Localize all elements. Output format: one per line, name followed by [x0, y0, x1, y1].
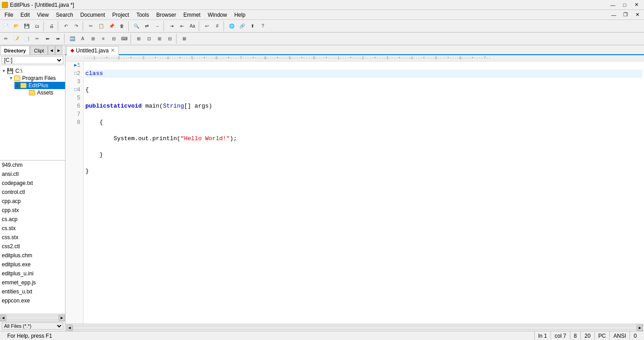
- tb2-btn17[interactable]: ⊠: [179, 34, 189, 44]
- new-button[interactable]: 📄: [1, 21, 11, 31]
- menu-emmet[interactable]: Emmet: [180, 10, 204, 20]
- menu-tools[interactable]: Tools: [133, 10, 153, 20]
- drive-select[interactable]: [C:]: [2, 56, 63, 64]
- expand-arrow-pf[interactable]: ▼: [9, 76, 13, 80]
- tab-directory[interactable]: Directory: [0, 46, 30, 55]
- mdi-restore-button[interactable]: ❐: [620, 10, 631, 19]
- file-item[interactable]: control.ctl: [0, 188, 65, 197]
- tb2-btn11[interactable]: ⊟: [109, 34, 119, 44]
- file-item[interactable]: editplus.exe: [0, 260, 65, 269]
- menu-view[interactable]: View: [33, 10, 52, 20]
- tree-item-c[interactable]: ▼ 💾 C:\: [0, 67, 65, 75]
- menu-document[interactable]: Document: [77, 10, 109, 20]
- file-item[interactable]: 949.chm: [0, 161, 65, 170]
- editor-hscroll-right[interactable]: ►: [637, 325, 643, 331]
- panel-tab-next[interactable]: ►: [55, 46, 62, 55]
- minimize-button[interactable]: —: [607, 0, 619, 9]
- tb2-btn9[interactable]: ⊞: [88, 34, 98, 44]
- hscroll-track[interactable]: [6, 316, 59, 320]
- togglecase-button[interactable]: Aa: [187, 21, 197, 31]
- goto-button[interactable]: →: [152, 21, 162, 31]
- tb2-btn14[interactable]: ⊡: [144, 34, 154, 44]
- file-item[interactable]: cpp.stx: [0, 206, 65, 215]
- save-button[interactable]: 💾: [22, 21, 32, 31]
- file-item[interactable]: eppcon.exe: [0, 296, 65, 305]
- replace-button[interactable]: ⇄: [142, 21, 152, 31]
- tb2-btn7[interactable]: 🔤: [67, 34, 77, 44]
- file-item[interactable]: ansi.ctl: [0, 170, 65, 179]
- browser-button[interactable]: 🌐: [227, 21, 237, 31]
- file-item[interactable]: css.stx: [0, 233, 65, 242]
- ftpopen-button[interactable]: 🔗: [237, 21, 247, 31]
- ftpupload-button[interactable]: ⬆: [247, 21, 257, 31]
- delete-button[interactable]: 🗑: [117, 21, 127, 31]
- tb2-btn5[interactable]: ⬅: [42, 34, 52, 44]
- tb2-btn4[interactable]: ✂: [32, 34, 42, 44]
- tree-item-editplus[interactable]: ▶ EditPlus: [14, 82, 65, 89]
- menu-help[interactable]: Help: [231, 10, 249, 20]
- code-content[interactable]: class { public static void main(String[]…: [84, 61, 644, 324]
- hscroll-right[interactable]: ►: [59, 315, 65, 321]
- print-button[interactable]: 🖨: [47, 21, 56, 31]
- tab-clipt[interactable]: Clipt: [30, 46, 48, 55]
- outdent-button[interactable]: ⇤: [177, 21, 187, 31]
- tb2-btn2[interactable]: 📝: [11, 34, 21, 44]
- undo-button[interactable]: ↶: [61, 21, 71, 31]
- file-item[interactable]: emmet_epp.js: [0, 278, 65, 287]
- code-line-7: }: [85, 167, 642, 175]
- menu-window[interactable]: Window: [204, 10, 231, 20]
- expand-arrow-ep[interactable]: ▶: [16, 83, 19, 88]
- tb2-btn13[interactable]: ⊞: [134, 34, 144, 44]
- mdi-close-button[interactable]: ✕: [631, 10, 643, 19]
- panel-tab-prev[interactable]: ◄: [48, 46, 55, 55]
- paste-button[interactable]: 📌: [107, 21, 117, 31]
- menu-browser[interactable]: Browser: [153, 10, 180, 20]
- menu-search[interactable]: Search: [52, 10, 77, 20]
- linenums-button[interactable]: #: [212, 21, 222, 31]
- tb2-btn6[interactable]: ➡: [53, 34, 63, 44]
- copy-button[interactable]: 📋: [96, 21, 106, 31]
- tb2-btn8[interactable]: A: [78, 34, 88, 44]
- file-item[interactable]: cs.acp: [0, 215, 65, 224]
- editor-tab-untitled1[interactable]: ◆ Untitled1.java ✕: [66, 46, 119, 55]
- file-item[interactable]: editplus.chm: [0, 251, 65, 260]
- file-item[interactable]: cs.stx: [0, 224, 65, 233]
- cut-button[interactable]: ✂: [86, 21, 96, 31]
- tb2-btn3[interactable]: 📑: [22, 34, 32, 44]
- tb2-btn16[interactable]: ⊟: [165, 34, 175, 44]
- editor-hscroll-track[interactable]: [73, 326, 637, 330]
- hscroll-left[interactable]: ◄: [0, 315, 6, 321]
- tb2-btn12[interactable]: ⌨: [119, 34, 129, 44]
- tb2-btn15[interactable]: ⊞: [154, 34, 164, 44]
- save-all-button[interactable]: 🗂: [32, 21, 42, 31]
- ruler-content: ----1----+----2----+----3----+----4----+…: [84, 56, 491, 61]
- tab-close-button[interactable]: ✕: [111, 47, 115, 53]
- file-list-hscroll[interactable]: ◄ ►: [0, 314, 65, 321]
- wordwrap-button[interactable]: ↩: [202, 21, 212, 31]
- help-toolbar-button[interactable]: ?: [258, 21, 268, 31]
- file-filter-select[interactable]: All Files (*.*): [2, 322, 63, 330]
- file-item[interactable]: codepage.txt: [0, 179, 65, 188]
- mdi-minimize-button[interactable]: —: [608, 10, 620, 19]
- menu-file[interactable]: File: [1, 10, 17, 20]
- file-item[interactable]: editplus_u.ini: [0, 269, 65, 278]
- bottom-scrollbar[interactable]: ◄ ►: [65, 324, 644, 331]
- menu-edit[interactable]: Edit: [17, 10, 33, 20]
- editor-hscroll-left[interactable]: ◄: [66, 325, 73, 331]
- tb2-btn1[interactable]: ✏: [1, 34, 11, 44]
- open-button[interactable]: 📂: [11, 21, 21, 31]
- tree-item-programfiles[interactable]: ▼ Program Files: [7, 75, 65, 82]
- find-button[interactable]: 🔍: [131, 21, 141, 31]
- expand-arrow-c[interactable]: ▼: [2, 69, 6, 73]
- indent-button[interactable]: ⇥: [167, 21, 177, 31]
- drive-selector[interactable]: [C:]: [0, 55, 65, 66]
- close-button[interactable]: ✕: [630, 0, 642, 9]
- file-item[interactable]: entities_u.txt: [0, 287, 65, 296]
- file-item[interactable]: cpp.acp: [0, 197, 65, 206]
- file-item[interactable]: css2.ctl: [0, 242, 65, 251]
- redo-button[interactable]: ↷: [71, 21, 81, 31]
- tree-item-assets[interactable]: Assets: [22, 89, 65, 96]
- maximize-button[interactable]: □: [619, 0, 630, 9]
- menu-project[interactable]: Project: [109, 10, 133, 20]
- tb2-btn10[interactable]: ≡: [98, 34, 108, 44]
